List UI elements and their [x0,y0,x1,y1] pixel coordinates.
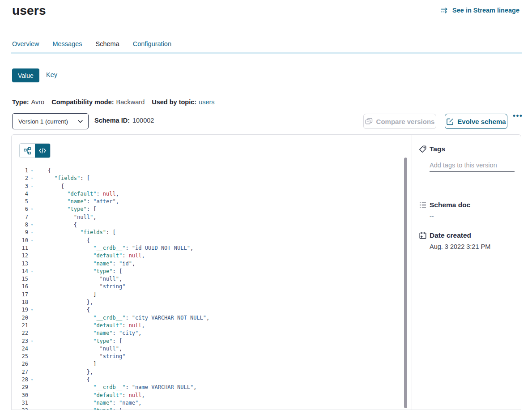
fold-toggle-icon[interactable]: ▾ [28,229,36,236]
fold-toggle-icon[interactable]: ▾ [28,167,36,175]
code-line: 26 ] [12,360,412,368]
schema-code-region: 1▾{2▾ "fields": [3▾ {4 "default": null,5… [12,135,412,410]
schema-id-label: Schema ID: [94,117,130,124]
compatibility-value: Backward [116,98,145,106]
code-line: 31 "name": "name", [12,399,412,407]
version-dropdown[interactable]: Version 1 (current) [12,113,89,129]
schema-meta-row: Type: Avro Compatibility mode: Backward … [12,98,215,106]
fold-spacer [28,291,36,299]
line-number: 30 [22,392,28,399]
code-line: 32▾ "type": [ [12,407,412,410]
fold-spacer [28,399,36,407]
more-options-button[interactable]: ••• [513,111,523,120]
code-line: 24 "null", [12,345,412,353]
code-line: 30 "default": null, [12,392,412,399]
code-line: 3▾ { [12,183,412,190]
fold-toggle-icon[interactable]: ▾ [28,237,36,244]
tree-view-icon [24,147,31,154]
used-by-topic-label: Used by topic: [152,98,196,106]
tag-icon [419,145,427,155]
schema-doc-heading: Schema doc [430,201,470,209]
compare-versions-label: Compare versions [376,118,435,125]
fold-toggle-icon[interactable]: ▾ [28,205,36,213]
code-line: 1▾{ [12,167,412,175]
evolve-schema-label: Evolve schema [457,118,506,125]
code-view-button[interactable] [35,144,50,158]
fold-toggle-icon[interactable]: ▾ [28,376,36,384]
line-number: 29 [22,384,28,391]
date-created-value: Aug. 3 2022 3:21 PM [430,243,490,250]
evolve-schema-button[interactable]: Evolve schema [445,114,507,129]
code-line: 13 "name": "id", [12,260,412,268]
code-line: 7 "null", [12,214,412,221]
line-number: 14 [22,268,28,275]
code-line: 15 "null", [12,275,412,283]
tags-input[interactable] [430,158,515,172]
code-line: 23▾ "type": [ [12,337,412,345]
tab-configuration[interactable]: Configuration [133,40,171,48]
line-number: 2 [25,175,28,182]
code-line: 10▾ { [12,237,412,244]
line-number: 19 [22,306,28,314]
fold-toggle-icon[interactable]: ▾ [28,268,36,275]
code-line: 20 "__crdb__": "city VARCHAR NOT NULL", [12,314,412,322]
code-line: 2▾ "fields": [ [12,175,412,182]
topic-link[interactable]: users [199,98,214,106]
code-line: 6▾ "type": [ [12,205,412,213]
fold-toggle-icon[interactable]: ▾ [28,183,36,190]
line-number: 11 [22,244,28,252]
schema-id: Schema ID: 100002 [94,117,154,124]
code-view-icon [39,148,46,154]
fold-toggle-icon[interactable]: ▾ [28,337,36,345]
schema-doc-icon [419,201,427,211]
code-line: 17 ] [12,291,412,299]
compare-versions-button[interactable]: Compare versions [363,114,436,129]
fold-spacer [28,360,36,368]
line-number: 26 [22,360,28,368]
fold-toggle-icon[interactable]: ▾ [28,221,36,229]
fold-toggle-icon[interactable]: ▾ [28,175,36,182]
code-scrollbar-thumb[interactable] [404,158,407,408]
code-line: 5 "name": "after", [12,198,412,205]
tab-overview[interactable]: Overview [12,40,39,48]
code-line: 12 "default": null, [12,252,412,260]
line-number: 3 [25,183,28,190]
schema-page: users See in Stream lineage Overview Mes… [0,0,532,410]
fold-spacer [28,214,36,221]
tab-schema[interactable]: Schema [96,40,119,48]
tab-bar: Overview Messages Schema Configuration [12,40,171,48]
schema-panel: 1▾{2▾ "fields": [3▾ {4 "default": null,5… [11,134,521,410]
code-lines[interactable]: 1▾{2▾ "fields": [3▾ {4 "default": null,5… [12,167,412,410]
fold-spacer [28,353,36,360]
code-line: 22 "name": "city", [12,329,412,337]
fold-spacer [28,329,36,337]
line-number: 5 [25,198,28,205]
tags-heading: Tags [430,145,445,153]
schema-id-value: 100002 [132,117,154,124]
fold-spacer [28,322,36,329]
code-line: 9▾ "fields": [ [12,229,412,236]
fold-spacer [28,275,36,283]
edit-icon [446,118,454,125]
key-toggle-button[interactable]: Key [46,71,57,78]
fold-spacer [28,392,36,399]
editor-view-toggle [19,143,51,158]
version-dropdown-value: Version 1 (current) [18,118,68,125]
value-toggle-button[interactable]: Value [12,68,39,82]
chevron-down-icon [78,120,83,123]
fold-toggle-icon[interactable]: ▾ [28,407,36,410]
tree-view-button[interactable] [20,144,35,158]
tab-messages[interactable]: Messages [52,40,82,48]
line-number: 27 [22,368,28,376]
fold-toggle-icon[interactable]: ▾ [28,306,36,314]
date-created-heading: Date created [430,231,471,239]
line-number: 21 [22,322,28,329]
line-number: 18 [22,299,28,306]
compatibility-label: Compatibility mode: [51,98,114,106]
schema-doc-value: -- [430,213,434,220]
compare-icon [365,118,373,125]
sidebar-divider [419,181,515,181]
line-number: 17 [22,291,28,299]
fold-spacer [28,345,36,353]
stream-lineage-link[interactable]: See in Stream lineage [441,7,519,14]
